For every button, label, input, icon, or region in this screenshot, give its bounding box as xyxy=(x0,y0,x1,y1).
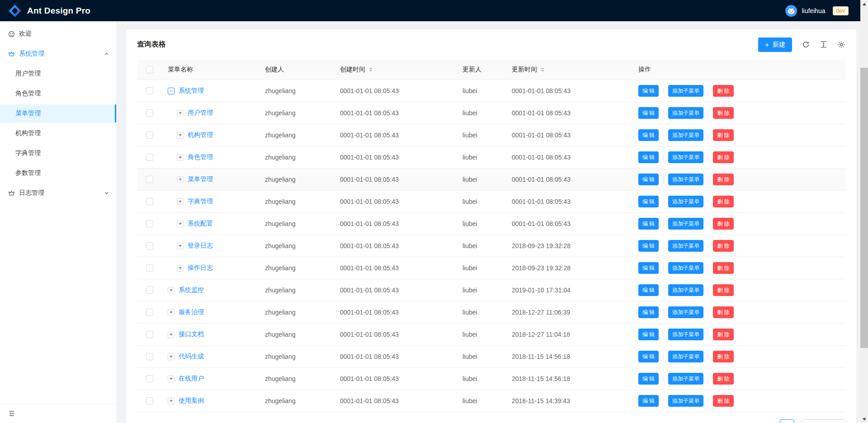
menu-name-link[interactable]: 角色管理 xyxy=(188,153,213,161)
menu-name-link[interactable]: 代码生成 xyxy=(179,352,204,361)
expand-row-icon[interactable]: + xyxy=(177,132,184,139)
username[interactable]: liufeihua xyxy=(802,7,825,14)
delete-button[interactable]: 删 除 xyxy=(713,373,733,385)
sidebar-item-user-management[interactable]: 用户管理 xyxy=(0,65,116,83)
add-child-menu-button[interactable]: 添加子菜单 xyxy=(668,218,703,230)
sidebar-item-log-management[interactable]: 日志管理 xyxy=(0,184,116,202)
menu-fold-icon[interactable] xyxy=(8,410,15,417)
row-checkbox[interactable] xyxy=(146,198,153,205)
row-checkbox[interactable] xyxy=(146,109,153,117)
expand-row-icon[interactable]: + xyxy=(177,265,184,272)
delete-button[interactable]: 删 除 xyxy=(713,262,733,274)
expand-row-icon[interactable]: + xyxy=(177,176,184,183)
expand-row-icon[interactable]: + xyxy=(177,221,184,227)
row-checkbox[interactable] xyxy=(146,132,153,139)
sidebar-item-dict-management[interactable]: 字典管理 xyxy=(0,144,116,162)
add-child-menu-button[interactable]: 添加子菜单 xyxy=(668,85,703,97)
sidebar-item-welcome[interactable]: 欢迎 xyxy=(0,25,116,43)
add-child-menu-button[interactable]: 添加子菜单 xyxy=(668,151,703,163)
expand-row-icon[interactable]: + xyxy=(168,376,175,382)
add-child-menu-button[interactable]: 添加子菜单 xyxy=(668,351,703,362)
app-logo[interactable]: Ant Design Pro xyxy=(8,4,90,18)
add-child-menu-button[interactable]: 添加子菜单 xyxy=(668,107,703,119)
expand-row-icon[interactable]: + xyxy=(177,110,184,117)
edit-button[interactable]: 编 辑 xyxy=(638,306,659,318)
edit-button[interactable]: 编 辑 xyxy=(638,351,659,362)
row-checkbox[interactable] xyxy=(146,264,153,272)
sidebar-item-menu-management[interactable]: 菜单管理 xyxy=(0,104,116,122)
row-checkbox[interactable] xyxy=(146,154,153,161)
row-checkbox[interactable] xyxy=(146,353,153,360)
delete-button[interactable]: 删 除 xyxy=(713,395,733,407)
new-button[interactable]: + 新建 xyxy=(758,38,792,52)
add-child-menu-button[interactable]: 添加子菜单 xyxy=(668,373,703,385)
add-child-menu-button[interactable]: 添加子菜单 xyxy=(668,196,703,207)
edit-button[interactable]: 编 辑 xyxy=(638,85,659,97)
edit-button[interactable]: 编 辑 xyxy=(638,373,659,385)
menu-name-link[interactable]: 系统监控 xyxy=(179,286,204,294)
menu-name-link[interactable]: 用户管理 xyxy=(188,109,213,117)
scrollbar-thumb[interactable] xyxy=(860,68,868,348)
expand-row-icon[interactable]: + xyxy=(168,398,175,404)
delete-button[interactable]: 删 除 xyxy=(713,151,733,163)
row-checkbox[interactable] xyxy=(146,331,153,338)
menu-name-link[interactable]: 在线用户 xyxy=(179,375,204,383)
edit-button[interactable]: 编 辑 xyxy=(638,107,659,119)
edit-button[interactable]: 编 辑 xyxy=(638,329,659,340)
sidebar-item-org-management[interactable]: 机构管理 xyxy=(0,124,116,142)
delete-button[interactable]: 删 除 xyxy=(713,306,733,318)
menu-name-link[interactable]: 字典管理 xyxy=(188,197,213,206)
row-checkbox[interactable] xyxy=(146,375,153,382)
menu-name-link[interactable]: 登录日志 xyxy=(188,242,213,250)
reload-icon[interactable] xyxy=(802,41,810,48)
menu-name-link[interactable]: 接口文档 xyxy=(179,330,204,338)
delete-button[interactable]: 删 除 xyxy=(713,129,733,141)
add-child-menu-button[interactable]: 添加子菜单 xyxy=(668,262,703,274)
expand-row-icon[interactable]: + xyxy=(177,198,184,205)
expand-row-icon[interactable]: + xyxy=(168,287,175,294)
add-child-menu-button[interactable]: 添加子菜单 xyxy=(668,329,703,340)
row-checkbox[interactable] xyxy=(146,309,153,316)
add-child-menu-button[interactable]: 添加子菜单 xyxy=(668,306,703,318)
add-child-menu-button[interactable]: 添加子菜单 xyxy=(668,174,703,185)
user-avatar[interactable] xyxy=(785,5,797,17)
collapse-row-icon[interactable]: − xyxy=(168,88,175,94)
edit-button[interactable]: 编 辑 xyxy=(638,284,659,296)
scroll-down-arrow[interactable] xyxy=(860,415,868,423)
delete-button[interactable]: 删 除 xyxy=(713,240,733,252)
scroll-up-arrow[interactable] xyxy=(860,0,868,8)
menu-name-link[interactable]: 使用案例 xyxy=(179,397,204,405)
column-height-icon[interactable] xyxy=(820,41,827,48)
sorter-icon[interactable] xyxy=(369,67,373,72)
menu-name-link[interactable]: 操作日志 xyxy=(188,264,213,272)
column-header-updated-time[interactable]: 更新时间 xyxy=(505,66,631,74)
sidebar-item-param-management[interactable]: 参数管理 xyxy=(0,164,116,182)
row-checkbox[interactable] xyxy=(146,220,153,227)
expand-row-icon[interactable]: + xyxy=(177,154,184,161)
edit-button[interactable]: 编 辑 xyxy=(638,151,659,163)
edit-button[interactable]: 编 辑 xyxy=(638,174,659,185)
expand-row-icon[interactable]: + xyxy=(168,309,175,316)
edit-button[interactable]: 编 辑 xyxy=(638,218,659,230)
add-child-menu-button[interactable]: 添加子菜单 xyxy=(668,284,703,296)
page-size-select[interactable]: 20 条/页 xyxy=(802,419,845,423)
add-child-menu-button[interactable]: 添加子菜单 xyxy=(668,395,703,407)
row-checkbox[interactable] xyxy=(146,287,153,294)
edit-button[interactable]: 编 辑 xyxy=(638,395,659,407)
menu-name-link[interactable]: 菜单管理 xyxy=(188,175,213,183)
add-child-menu-button[interactable]: 添加子菜单 xyxy=(668,240,703,252)
expand-row-icon[interactable]: + xyxy=(177,243,184,249)
sidebar-item-role-management[interactable]: 角色管理 xyxy=(0,85,116,103)
delete-button[interactable]: 删 除 xyxy=(713,351,733,362)
delete-button[interactable]: 删 除 xyxy=(713,196,733,207)
column-header-created-time[interactable]: 创建时间 xyxy=(333,66,455,74)
add-child-menu-button[interactable]: 添加子菜单 xyxy=(668,129,703,141)
expand-row-icon[interactable]: + xyxy=(168,353,175,360)
delete-button[interactable]: 删 除 xyxy=(713,329,733,340)
row-checkbox[interactable] xyxy=(146,397,153,404)
row-checkbox[interactable] xyxy=(146,242,153,249)
menu-name-link[interactable]: 系统配置 xyxy=(188,220,213,228)
select-all-checkbox[interactable] xyxy=(146,66,153,73)
menu-name-link[interactable]: 系统管理 xyxy=(179,87,204,95)
expand-row-icon[interactable]: + xyxy=(168,331,175,338)
